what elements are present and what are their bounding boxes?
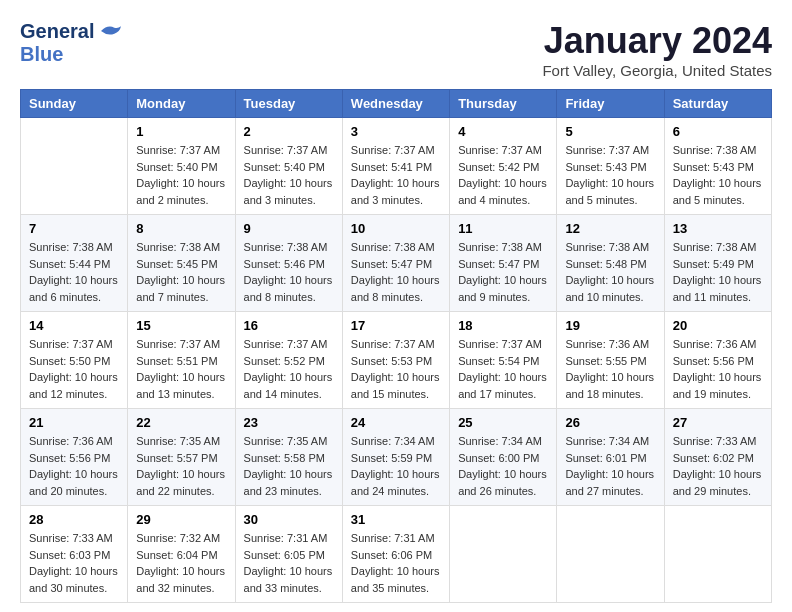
- day-info: Sunrise: 7:37 AMSunset: 5:54 PMDaylight:…: [458, 336, 548, 402]
- header-cell-monday: Monday: [128, 90, 235, 118]
- day-cell: 2Sunrise: 7:37 AMSunset: 5:40 PMDaylight…: [235, 118, 342, 215]
- day-info: Sunrise: 7:37 AMSunset: 5:43 PMDaylight:…: [565, 142, 655, 208]
- day-info: Sunrise: 7:37 AMSunset: 5:50 PMDaylight:…: [29, 336, 119, 402]
- day-info: Sunrise: 7:37 AMSunset: 5:42 PMDaylight:…: [458, 142, 548, 208]
- day-cell: 28Sunrise: 7:33 AMSunset: 6:03 PMDayligh…: [21, 506, 128, 603]
- day-number: 17: [351, 318, 441, 333]
- day-cell: [450, 506, 557, 603]
- day-info: Sunrise: 7:38 AMSunset: 5:46 PMDaylight:…: [244, 239, 334, 305]
- day-info: Sunrise: 7:32 AMSunset: 6:04 PMDaylight:…: [136, 530, 226, 596]
- day-cell: 17Sunrise: 7:37 AMSunset: 5:53 PMDayligh…: [342, 312, 449, 409]
- calendar-header: SundayMondayTuesdayWednesdayThursdayFrid…: [21, 90, 772, 118]
- day-number: 8: [136, 221, 226, 236]
- day-number: 31: [351, 512, 441, 527]
- day-cell: 27Sunrise: 7:33 AMSunset: 6:02 PMDayligh…: [664, 409, 771, 506]
- day-cell: [557, 506, 664, 603]
- week-row-2: 7Sunrise: 7:38 AMSunset: 5:44 PMDaylight…: [21, 215, 772, 312]
- day-cell: 23Sunrise: 7:35 AMSunset: 5:58 PMDayligh…: [235, 409, 342, 506]
- calendar-subtitle: Fort Valley, Georgia, United States: [542, 62, 772, 79]
- day-cell: 13Sunrise: 7:38 AMSunset: 5:49 PMDayligh…: [664, 215, 771, 312]
- day-info: Sunrise: 7:37 AMSunset: 5:41 PMDaylight:…: [351, 142, 441, 208]
- day-cell: 29Sunrise: 7:32 AMSunset: 6:04 PMDayligh…: [128, 506, 235, 603]
- day-info: Sunrise: 7:36 AMSunset: 5:55 PMDaylight:…: [565, 336, 655, 402]
- day-info: Sunrise: 7:34 AMSunset: 6:01 PMDaylight:…: [565, 433, 655, 499]
- day-info: Sunrise: 7:36 AMSunset: 5:56 PMDaylight:…: [673, 336, 763, 402]
- day-cell: 10Sunrise: 7:38 AMSunset: 5:47 PMDayligh…: [342, 215, 449, 312]
- day-cell: [21, 118, 128, 215]
- calendar-body: 1Sunrise: 7:37 AMSunset: 5:40 PMDaylight…: [21, 118, 772, 603]
- day-number: 12: [565, 221, 655, 236]
- day-info: Sunrise: 7:34 AMSunset: 5:59 PMDaylight:…: [351, 433, 441, 499]
- day-info: Sunrise: 7:35 AMSunset: 5:58 PMDaylight:…: [244, 433, 334, 499]
- day-info: Sunrise: 7:31 AMSunset: 6:05 PMDaylight:…: [244, 530, 334, 596]
- day-cell: 31Sunrise: 7:31 AMSunset: 6:06 PMDayligh…: [342, 506, 449, 603]
- day-cell: 26Sunrise: 7:34 AMSunset: 6:01 PMDayligh…: [557, 409, 664, 506]
- day-number: 4: [458, 124, 548, 139]
- day-info: Sunrise: 7:37 AMSunset: 5:53 PMDaylight:…: [351, 336, 441, 402]
- day-info: Sunrise: 7:38 AMSunset: 5:44 PMDaylight:…: [29, 239, 119, 305]
- day-cell: 1Sunrise: 7:37 AMSunset: 5:40 PMDaylight…: [128, 118, 235, 215]
- page-header: General Blue January 2024 Fort Valley, G…: [20, 20, 772, 79]
- day-number: 16: [244, 318, 334, 333]
- day-info: Sunrise: 7:37 AMSunset: 5:52 PMDaylight:…: [244, 336, 334, 402]
- day-number: 7: [29, 221, 119, 236]
- day-number: 29: [136, 512, 226, 527]
- day-cell: 6Sunrise: 7:38 AMSunset: 5:43 PMDaylight…: [664, 118, 771, 215]
- day-info: Sunrise: 7:36 AMSunset: 5:56 PMDaylight:…: [29, 433, 119, 499]
- day-number: 22: [136, 415, 226, 430]
- day-number: 9: [244, 221, 334, 236]
- day-info: Sunrise: 7:37 AMSunset: 5:40 PMDaylight:…: [136, 142, 226, 208]
- day-number: 13: [673, 221, 763, 236]
- day-cell: 8Sunrise: 7:38 AMSunset: 5:45 PMDaylight…: [128, 215, 235, 312]
- day-cell: 12Sunrise: 7:38 AMSunset: 5:48 PMDayligh…: [557, 215, 664, 312]
- day-number: 10: [351, 221, 441, 236]
- day-info: Sunrise: 7:38 AMSunset: 5:43 PMDaylight:…: [673, 142, 763, 208]
- week-row-4: 21Sunrise: 7:36 AMSunset: 5:56 PMDayligh…: [21, 409, 772, 506]
- week-row-5: 28Sunrise: 7:33 AMSunset: 6:03 PMDayligh…: [21, 506, 772, 603]
- day-info: Sunrise: 7:37 AMSunset: 5:51 PMDaylight:…: [136, 336, 226, 402]
- day-number: 24: [351, 415, 441, 430]
- header-cell-tuesday: Tuesday: [235, 90, 342, 118]
- day-cell: 20Sunrise: 7:36 AMSunset: 5:56 PMDayligh…: [664, 312, 771, 409]
- day-number: 2: [244, 124, 334, 139]
- header-cell-sunday: Sunday: [21, 90, 128, 118]
- week-row-3: 14Sunrise: 7:37 AMSunset: 5:50 PMDayligh…: [21, 312, 772, 409]
- header-cell-friday: Friday: [557, 90, 664, 118]
- day-number: 3: [351, 124, 441, 139]
- day-info: Sunrise: 7:38 AMSunset: 5:48 PMDaylight:…: [565, 239, 655, 305]
- day-cell: 21Sunrise: 7:36 AMSunset: 5:56 PMDayligh…: [21, 409, 128, 506]
- day-cell: 30Sunrise: 7:31 AMSunset: 6:05 PMDayligh…: [235, 506, 342, 603]
- day-number: 26: [565, 415, 655, 430]
- header-cell-thursday: Thursday: [450, 90, 557, 118]
- day-cell: 22Sunrise: 7:35 AMSunset: 5:57 PMDayligh…: [128, 409, 235, 506]
- app-logo: General Blue: [20, 20, 121, 66]
- day-cell: 16Sunrise: 7:37 AMSunset: 5:52 PMDayligh…: [235, 312, 342, 409]
- day-number: 23: [244, 415, 334, 430]
- day-cell: 14Sunrise: 7:37 AMSunset: 5:50 PMDayligh…: [21, 312, 128, 409]
- day-number: 25: [458, 415, 548, 430]
- day-number: 27: [673, 415, 763, 430]
- day-info: Sunrise: 7:38 AMSunset: 5:49 PMDaylight:…: [673, 239, 763, 305]
- week-row-1: 1Sunrise: 7:37 AMSunset: 5:40 PMDaylight…: [21, 118, 772, 215]
- day-info: Sunrise: 7:31 AMSunset: 6:06 PMDaylight:…: [351, 530, 441, 596]
- day-number: 15: [136, 318, 226, 333]
- day-number: 18: [458, 318, 548, 333]
- day-info: Sunrise: 7:38 AMSunset: 5:47 PMDaylight:…: [351, 239, 441, 305]
- day-number: 1: [136, 124, 226, 139]
- day-number: 21: [29, 415, 119, 430]
- day-cell: 19Sunrise: 7:36 AMSunset: 5:55 PMDayligh…: [557, 312, 664, 409]
- title-area: January 2024 Fort Valley, Georgia, Unite…: [542, 20, 772, 79]
- header-cell-wednesday: Wednesday: [342, 90, 449, 118]
- calendar-title: January 2024: [542, 20, 772, 62]
- day-cell: 9Sunrise: 7:38 AMSunset: 5:46 PMDaylight…: [235, 215, 342, 312]
- day-cell: 4Sunrise: 7:37 AMSunset: 5:42 PMDaylight…: [450, 118, 557, 215]
- day-info: Sunrise: 7:34 AMSunset: 6:00 PMDaylight:…: [458, 433, 548, 499]
- day-info: Sunrise: 7:38 AMSunset: 5:47 PMDaylight:…: [458, 239, 548, 305]
- calendar-table: SundayMondayTuesdayWednesdayThursdayFrid…: [20, 89, 772, 603]
- day-info: Sunrise: 7:38 AMSunset: 5:45 PMDaylight:…: [136, 239, 226, 305]
- day-number: 6: [673, 124, 763, 139]
- logo-text: General: [20, 20, 121, 43]
- day-cell: 25Sunrise: 7:34 AMSunset: 6:00 PMDayligh…: [450, 409, 557, 506]
- day-cell: 5Sunrise: 7:37 AMSunset: 5:43 PMDaylight…: [557, 118, 664, 215]
- day-cell: 18Sunrise: 7:37 AMSunset: 5:54 PMDayligh…: [450, 312, 557, 409]
